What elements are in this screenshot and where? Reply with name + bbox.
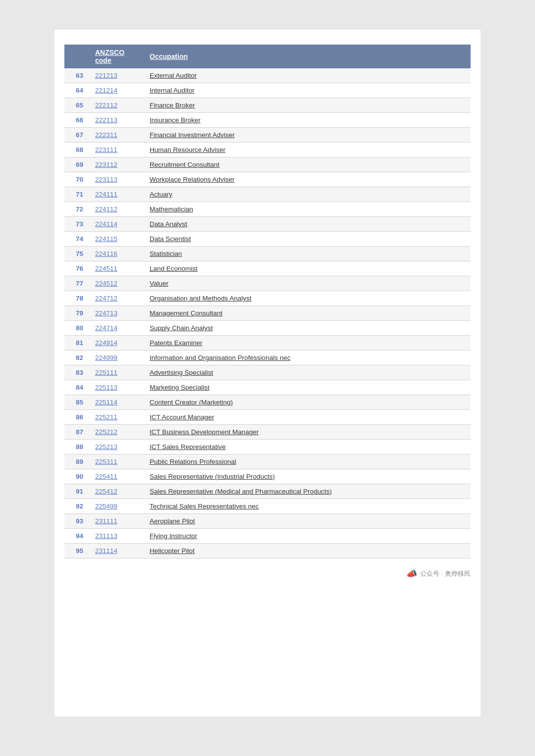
table-row: 74224115Data Scientist — [64, 232, 471, 247]
row-occupation[interactable]: Flying Instructor — [144, 529, 471, 544]
row-number: 73 — [64, 217, 89, 232]
row-anzsco-code[interactable]: 225211 — [89, 410, 144, 425]
table-row: 86225211ICT Account Manager — [64, 410, 471, 425]
col-header-occupation[interactable]: Occupation — [144, 45, 471, 68]
row-occupation[interactable]: Land Economist — [144, 261, 471, 276]
table-row: 83225111Advertising Specialist — [64, 365, 471, 380]
row-occupation[interactable]: Workplace Relations Adviser — [144, 172, 471, 187]
row-anzsco-code[interactable]: 231111 — [89, 514, 144, 529]
row-anzsco-code[interactable]: 224713 — [89, 306, 144, 321]
table-row: 72224112Mathematician — [64, 202, 471, 217]
row-occupation[interactable]: Technical Sales Representatives nec — [144, 499, 471, 514]
row-occupation[interactable]: Data Analyst — [144, 217, 471, 232]
row-occupation[interactable]: Internal Auditor — [144, 83, 471, 98]
row-anzsco-code[interactable]: 224714 — [89, 321, 144, 336]
row-anzsco-code[interactable]: 222311 — [89, 128, 144, 143]
row-anzsco-code[interactable]: 223113 — [89, 172, 144, 187]
row-anzsco-code[interactable]: 224112 — [89, 202, 144, 217]
row-anzsco-code[interactable]: 225213 — [89, 440, 144, 454]
table-row: 79224713Management Consultant — [64, 306, 471, 321]
row-anzsco-code[interactable]: 224115 — [89, 232, 144, 247]
table-row: 81224914Patents Examiner — [64, 336, 471, 351]
row-anzsco-code[interactable]: 222113 — [89, 113, 144, 128]
table-row: 76224511Land Economist — [64, 261, 471, 276]
table-row: 67222311Financial Investment Adviser — [64, 128, 471, 143]
table-row: 85225114Content Creator (Marketing) — [64, 395, 471, 410]
row-occupation[interactable]: External Auditor — [144, 68, 471, 83]
table-row: 65222112Finance Broker — [64, 98, 471, 113]
row-occupation[interactable]: Sales Representative (Industrial Product… — [144, 469, 471, 484]
row-number: 89 — [64, 454, 89, 469]
row-anzsco-code[interactable]: 224116 — [89, 247, 144, 261]
row-occupation[interactable]: Finance Broker — [144, 98, 471, 113]
row-occupation[interactable]: Sales Representative (Medical and Pharma… — [144, 484, 471, 499]
row-anzsco-code[interactable]: 225113 — [89, 380, 144, 395]
row-anzsco-code[interactable]: 231113 — [89, 529, 144, 544]
row-occupation[interactable]: Organisation and Methods Analyst — [144, 291, 471, 306]
table-row: 68223111Human Resource Adviser — [64, 143, 471, 157]
table-row: 70223113Workplace Relations Adviser — [64, 172, 471, 187]
row-anzsco-code[interactable]: 225499 — [89, 499, 144, 514]
row-occupation[interactable]: Actuary — [144, 187, 471, 202]
table-row: 91225412Sales Representative (Medical an… — [64, 484, 471, 499]
row-number: 82 — [64, 351, 89, 365]
row-occupation[interactable]: Data Scientist — [144, 232, 471, 247]
row-occupation[interactable]: Valuer — [144, 276, 471, 291]
footer-brand-name: 公众号 · 奥烨移民 — [420, 569, 471, 578]
row-occupation[interactable]: Aeroplane Pilot — [144, 514, 471, 529]
row-number: 93 — [64, 514, 89, 529]
table-row: 88225213ICT Sales Representative — [64, 440, 471, 454]
row-anzsco-code[interactable]: 224914 — [89, 336, 144, 351]
row-number: 63 — [64, 68, 89, 83]
row-number: 65 — [64, 98, 89, 113]
row-number: 87 — [64, 425, 89, 440]
row-occupation[interactable]: Patents Examiner — [144, 336, 471, 351]
row-occupation[interactable]: ICT Business Development Manager — [144, 425, 471, 440]
row-anzsco-code[interactable]: 222112 — [89, 98, 144, 113]
row-anzsco-code[interactable]: 225212 — [89, 425, 144, 440]
row-anzsco-code[interactable]: 223111 — [89, 143, 144, 157]
row-occupation[interactable]: Public Relations Professional — [144, 454, 471, 469]
row-anzsco-code[interactable]: 224114 — [89, 217, 144, 232]
row-number: 77 — [64, 276, 89, 291]
table-row: 80224714Supply Chain Analyst — [64, 321, 471, 336]
row-occupation[interactable]: Marketing Specialist — [144, 380, 471, 395]
table-row: 90225411Sales Representative (Industrial… — [64, 469, 471, 484]
row-occupation[interactable]: Advertising Specialist — [144, 365, 471, 380]
row-number: 81 — [64, 336, 89, 351]
row-anzsco-code[interactable]: 224511 — [89, 261, 144, 276]
table-row: 69223112Recruitment Consultant — [64, 157, 471, 172]
row-number: 92 — [64, 499, 89, 514]
row-occupation[interactable]: Information and Organisation Professiona… — [144, 351, 471, 365]
row-anzsco-code[interactable]: 224999 — [89, 351, 144, 365]
row-anzsco-code[interactable]: 225311 — [89, 454, 144, 469]
row-anzsco-code[interactable]: 221213 — [89, 68, 144, 83]
row-anzsco-code[interactable]: 223112 — [89, 157, 144, 172]
row-occupation[interactable]: Human Resource Adviser — [144, 143, 471, 157]
row-occupation[interactable]: Recruitment Consultant — [144, 157, 471, 172]
row-anzsco-code[interactable]: 224512 — [89, 276, 144, 291]
row-anzsco-code[interactable]: 225412 — [89, 484, 144, 499]
row-anzsco-code[interactable]: 224111 — [89, 187, 144, 202]
row-number: 74 — [64, 232, 89, 247]
row-occupation[interactable]: Mathematician — [144, 202, 471, 217]
row-anzsco-code[interactable]: 225114 — [89, 395, 144, 410]
row-occupation[interactable]: Management Consultant — [144, 306, 471, 321]
row-occupation[interactable]: Supply Chain Analyst — [144, 321, 471, 336]
row-anzsco-code[interactable]: 221214 — [89, 83, 144, 98]
row-occupation[interactable]: ICT Sales Representative — [144, 440, 471, 454]
col-header-anzsco[interactable]: ANZSCO code — [89, 45, 144, 68]
row-occupation[interactable]: ICT Account Manager — [144, 410, 471, 425]
row-occupation[interactable]: Content Creator (Marketing) — [144, 395, 471, 410]
row-occupation[interactable]: Financial Investment Adviser — [144, 128, 471, 143]
row-number: 64 — [64, 83, 89, 98]
row-number: 75 — [64, 247, 89, 261]
row-anzsco-code[interactable]: 225411 — [89, 469, 144, 484]
row-occupation[interactable]: Statistician — [144, 247, 471, 261]
row-occupation[interactable]: Helicopter Pilot — [144, 544, 471, 558]
table-row: 92225499Technical Sales Representatives … — [64, 499, 471, 514]
row-anzsco-code[interactable]: 225111 — [89, 365, 144, 380]
row-occupation[interactable]: Insurance Broker — [144, 113, 471, 128]
row-anzsco-code[interactable]: 231114 — [89, 544, 144, 558]
row-anzsco-code[interactable]: 224712 — [89, 291, 144, 306]
